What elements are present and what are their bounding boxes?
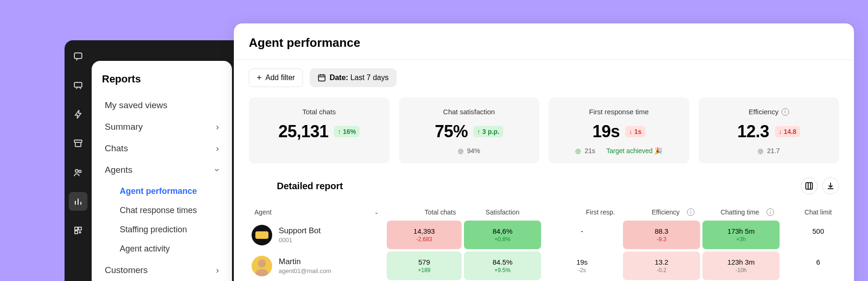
sidebar-item-customers[interactable]: Customers › [102, 260, 222, 280]
cell-sat: 84,6%+0.8% [464, 221, 541, 249]
sidebar-item-agent-activity[interactable]: Agent activity [117, 239, 222, 259]
rail-chat[interactable] [69, 47, 87, 66]
svg-point-4 [75, 170, 78, 172]
rail-helpdesk[interactable] [69, 76, 87, 95]
card-total-chats: Total chats 25,131 ↑16% [249, 97, 390, 163]
svg-rect-7 [79, 227, 81, 230]
th-agent[interactable]: Agent ⌄ [249, 204, 384, 221]
rail-reports[interactable] [69, 192, 87, 211]
detailed-report-header: Detailed report [249, 177, 839, 194]
svg-point-11 [258, 259, 266, 267]
info-icon[interactable]: i [767, 208, 774, 216]
th-first-resp[interactable]: First resp. [543, 204, 621, 221]
card-title: Chat satisfaction [443, 108, 495, 116]
reports-icon [73, 196, 83, 207]
sidebar-item-agent-performance[interactable]: Agent performance [117, 182, 222, 201]
svg-rect-10 [806, 183, 812, 189]
card-first-response-time: First response time 19s ↓1s ◎ 21s Target… [549, 97, 689, 163]
table-row[interactable]: Support Bot 0001 14,393-2,683 84,6%+0.8%… [249, 221, 839, 249]
rail-people[interactable] [69, 163, 87, 182]
main-window: Agent performance + Add filter Date: Las… [234, 23, 854, 281]
svg-rect-12 [256, 269, 268, 276]
rail-automation[interactable] [69, 105, 87, 124]
sidebar-item-saved-views[interactable]: My saved views [102, 96, 222, 115]
svg-point-5 [79, 170, 81, 173]
nav-rail [65, 40, 92, 240]
agent-subtitle: agent01@mail.com [279, 267, 331, 274]
bot-face-icon [255, 231, 268, 239]
svg-rect-0 [74, 53, 82, 59]
sidebar-item-label: Chat response times [120, 206, 197, 215]
card-title: Total chats [302, 108, 336, 116]
card-value: 75% [435, 122, 468, 141]
card-title: First response time [589, 108, 649, 116]
people-icon [73, 167, 83, 177]
sidebar-item-label: Chats [105, 143, 128, 154]
table-header: Agent ⌄ Total chats Satisfaction First r… [249, 204, 839, 221]
rail-apps[interactable] [69, 221, 87, 240]
chevron-right-icon: › [216, 143, 219, 154]
sidebar-sub-agents: Agent performance Chat response times St… [102, 182, 222, 259]
cell-total: 14,393-2,683 [387, 221, 462, 249]
sidebar-item-agents[interactable]: Agents › [102, 160, 222, 180]
download-icon [826, 182, 835, 190]
arrow-down-icon: ↓ [629, 128, 632, 135]
target-achieved-text: Target achieved 🎉 [607, 147, 663, 155]
card-delta: ↑16% [334, 126, 360, 137]
chevron-down-icon: › [212, 169, 223, 171]
cell-total: 579+189 [387, 251, 462, 280]
th-satisfaction[interactable]: Satisfaction [464, 204, 541, 221]
svg-rect-9 [318, 75, 325, 81]
th-efficiency[interactable]: Efficiency i [623, 204, 700, 221]
target-icon: ◎ [758, 147, 763, 155]
sidebar-item-chat-response-times[interactable]: Chat response times [117, 201, 222, 220]
card-efficiency: Efficiency i 12.3 ↓14.8 ◎ 21.7 [699, 97, 839, 163]
cell-sat: 84.5%+9.5% [464, 251, 541, 280]
agent-cell: Martin agent01@mail.com [249, 251, 384, 280]
th-chat-limit[interactable]: Chat limit [782, 204, 854, 221]
sidebar-item-label: Staffing prediction [120, 225, 187, 235]
chevron-right-icon: › [216, 265, 219, 275]
filters-row: + Add filter Date: Last 7 days [249, 68, 839, 87]
add-filter-button[interactable]: + Add filter [249, 68, 303, 87]
cell-time: 173h 5m+3h [702, 221, 780, 249]
info-icon[interactable]: i [781, 108, 789, 116]
sidebar-item-label: Customers [105, 265, 148, 275]
reports-panel: Reports My saved views Summary › Chats ›… [92, 61, 232, 281]
card-value: 25,131 [278, 122, 328, 141]
download-button[interactable] [822, 177, 839, 194]
cell-first: - [543, 221, 621, 249]
th-chatting-time[interactable]: Chatting time i [702, 204, 780, 221]
target-icon: ◎ [458, 147, 463, 155]
table-row[interactable]: Martin agent01@mail.com 579+189 84.5%+9.… [249, 251, 839, 280]
sidebar-item-staffing-prediction[interactable]: Staffing prediction [117, 220, 222, 239]
date-filter-pill[interactable]: Date: Last 7 days [310, 68, 397, 87]
sidebar-item-chats[interactable]: Chats › [102, 139, 222, 158]
card-delta: ↓1s [625, 126, 645, 137]
svg-rect-6 [75, 227, 78, 230]
card-delta: ↓14.8 [775, 126, 800, 137]
card-sub: ◎ 94% [458, 147, 480, 155]
reports-title: Reports [102, 73, 222, 85]
info-icon[interactable]: i [687, 208, 694, 216]
cell-time: 123h 3m-10h [702, 251, 780, 280]
cell-eff: 88.3-9.3 [623, 221, 700, 249]
arrow-down-icon: ↓ [779, 128, 782, 135]
cell-first: 19s-2s [543, 251, 621, 280]
th-total-chats[interactable]: Total chats [387, 204, 462, 221]
agent-cell: Support Bot 0001 [249, 221, 384, 249]
sidebar-item-summary[interactable]: Summary › [102, 117, 222, 137]
date-filter-text: Date: Last 7 days [330, 74, 389, 82]
chevron-right-icon: › [216, 122, 219, 132]
svg-rect-1 [74, 82, 82, 87]
card-sub: ◎ 21s Target achieved 🎉 [575, 147, 662, 155]
chat-icon [73, 51, 83, 61]
agent-name: Support Bot [279, 226, 321, 236]
plus-icon: + [257, 74, 262, 82]
columns-button[interactable] [801, 177, 817, 194]
card-chat-satisfaction: Chat satisfaction 75% ↑3 p.p. ◎ 94% [399, 97, 540, 163]
card-sub: ◎ 21.7 [758, 147, 780, 155]
divider [234, 59, 854, 60]
rail-archive[interactable] [69, 134, 87, 153]
apps-icon [73, 225, 83, 236]
